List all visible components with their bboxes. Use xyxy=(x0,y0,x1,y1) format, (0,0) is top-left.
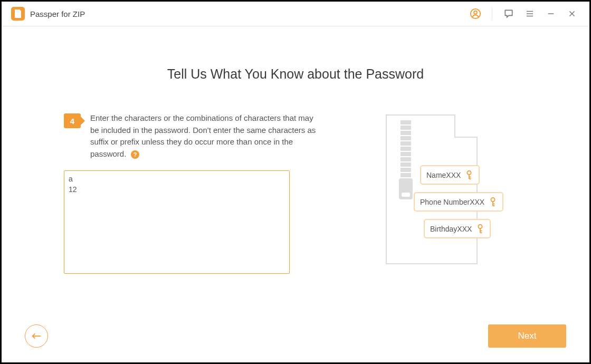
back-button[interactable] xyxy=(25,324,48,348)
key-icon xyxy=(489,197,497,207)
step-description-text: Enter the characters or the combinations… xyxy=(90,113,316,158)
feedback-icon[interactable] xyxy=(501,6,517,22)
step-badge: 4 xyxy=(64,113,81,128)
page-heading: Tell Us What You Know about the Password xyxy=(2,66,589,82)
zip-file-icon xyxy=(386,114,478,264)
svg-point-18 xyxy=(479,224,482,228)
menu-icon[interactable] xyxy=(522,6,538,22)
key-icon xyxy=(465,170,473,180)
titlebar: Passper for ZIP xyxy=(2,2,589,26)
app-icon xyxy=(11,7,25,21)
help-icon[interactable]: ? xyxy=(131,150,139,159)
hint-tag-label: BirthdayXXX xyxy=(430,225,472,233)
account-icon[interactable] xyxy=(468,6,483,22)
next-button[interactable]: Next xyxy=(488,324,566,348)
app-title: Passper for ZIP xyxy=(30,9,85,18)
illustration: NameXXX Phone NumberXXX BirthdayXXX xyxy=(359,112,539,276)
hint-tag-name: NameXXX xyxy=(420,165,480,185)
hint-tag-label: NameXXX xyxy=(426,171,461,179)
minimize-icon[interactable] xyxy=(543,6,559,22)
hint-tag-birthday: BirthdayXXX xyxy=(424,219,491,238)
svg-point-1 xyxy=(474,11,477,14)
hint-tag-label: Phone NumberXXX xyxy=(420,198,484,206)
svg-text:?: ? xyxy=(133,151,137,158)
svg-point-14 xyxy=(491,197,495,201)
characters-input[interactable] xyxy=(64,170,290,274)
key-icon xyxy=(476,224,484,234)
step-description: Enter the characters or the combinations… xyxy=(90,112,317,160)
close-icon[interactable] xyxy=(564,6,580,22)
hint-tag-phone: Phone NumberXXX xyxy=(414,192,503,212)
svg-point-10 xyxy=(468,170,471,174)
